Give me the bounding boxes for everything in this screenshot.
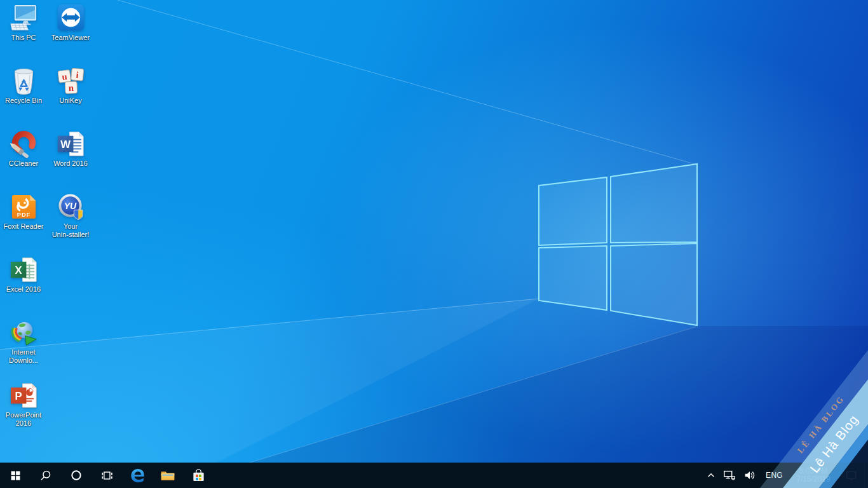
system-tray: ENG 5:03 PM 7/15/2019 (703, 463, 868, 488)
desktop-icon-label: Excel 2016 (6, 285, 41, 294)
windows-start-icon (10, 470, 22, 482)
desktop-icon-word-2016[interactable]: W Word 2016 (46, 130, 95, 168)
recycle-bin-icon (10, 67, 38, 95)
desktop-icon-your-uninstaller[interactable]: YU YourUnin-staller! (46, 193, 95, 239)
teamviewer-icon (57, 4, 85, 32)
action-center-button[interactable] (838, 463, 864, 488)
language-indicator[interactable]: ENG (760, 463, 789, 488)
task-view-button[interactable] (92, 463, 122, 488)
desktop-icon-ccleaner[interactable]: CCleaner (0, 130, 48, 168)
network-button[interactable] (719, 463, 740, 488)
desktop-icon-powerpoint-2016[interactable]: P PowerPoint2016 (0, 381, 48, 428)
powerpoint-letter: P (15, 390, 22, 402)
word-2016-icon: W (57, 130, 85, 158)
windows-desktop: This PC TeamViewer (0, 0, 868, 488)
excel-letter: X (15, 264, 22, 276)
edge-icon (129, 467, 146, 484)
language-label: ENG (766, 471, 783, 480)
desktop-icon-excel-2016[interactable]: X Excel 2016 (0, 255, 48, 294)
volume-icon (743, 468, 757, 482)
task-view-icon (100, 469, 113, 482)
desktop-icon-internet-download-manager[interactable]: InternetDownlo... (0, 318, 48, 365)
unikey-letter-n: n (68, 83, 74, 93)
this-pc-icon (10, 4, 38, 32)
desktop-icon-label: Foxit Reader (4, 222, 44, 231)
cortana-icon (70, 469, 83, 482)
desktop-icon-label: CCleaner (9, 159, 38, 168)
edge-button[interactable] (122, 463, 153, 488)
network-icon (722, 468, 736, 482)
desktop-icon-label: InternetDownlo... (9, 348, 38, 365)
your-uninstaller-icon: YU (57, 193, 85, 221)
taskbar-clock[interactable]: 5:03 PM 7/15/2019 (789, 463, 838, 488)
show-desktop-button[interactable] (864, 463, 868, 488)
desktop-icon-label: PowerPoint2016 (6, 411, 41, 428)
desktop-icon-label: UniKey (59, 97, 81, 105)
desktop-icon-label: Recycle Bin (5, 97, 42, 105)
foxit-pdf-text: PDF (17, 212, 30, 218)
windows-logo (539, 164, 697, 325)
powerpoint-2016-icon: P (10, 381, 38, 410)
desktop-icon-this-pc[interactable]: This PC (0, 4, 48, 42)
clock-date: 7/15/2019 (796, 475, 830, 484)
search-button[interactable] (31, 463, 61, 488)
uninstaller-letters: YU (64, 201, 76, 211)
file-explorer-icon (159, 467, 176, 484)
desktop-icon-foxit-reader[interactable]: PDF Foxit Reader (0, 193, 48, 231)
foxit-reader-icon: PDF (10, 193, 38, 221)
desktop-icon-label: This PC (11, 34, 36, 42)
store-button[interactable] (183, 463, 214, 488)
desktop-icon-label: TeamViewer (51, 34, 90, 42)
unikey-icon: u i n (57, 67, 85, 95)
desktop-icon-label: YourUnin-staller! (52, 222, 90, 239)
action-center-icon (844, 469, 858, 482)
volume-button[interactable] (740, 463, 760, 488)
store-icon (191, 468, 207, 484)
search-icon (39, 469, 52, 482)
word-letter: W (60, 139, 71, 151)
desktop-icon-label: Word 2016 (53, 159, 88, 168)
desktop-icon-recycle-bin[interactable]: Recycle Bin (0, 67, 48, 105)
idm-icon (10, 318, 38, 347)
taskbar: ENG 5:03 PM 7/15/2019 (0, 463, 868, 488)
desktop-icon-teamviewer[interactable]: TeamViewer (46, 4, 95, 42)
file-explorer-button[interactable] (153, 463, 183, 488)
ccleaner-icon (10, 130, 38, 158)
chevron-up-icon (706, 470, 716, 480)
start-button[interactable] (0, 463, 31, 488)
wallpaper-light-beams-and-logo (0, 0, 868, 488)
cortana-button[interactable] (61, 463, 92, 488)
hidden-icons-button[interactable] (703, 463, 719, 488)
desktop-icon-unikey[interactable]: u i n UniKey (46, 67, 95, 105)
excel-2016-icon: X (10, 255, 38, 284)
